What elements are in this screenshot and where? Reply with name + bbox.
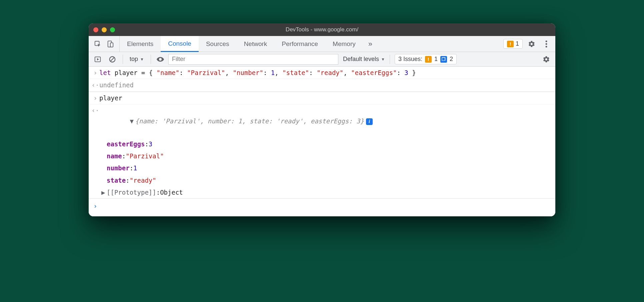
issues-info-count: 2 [450,56,453,63]
issues-label: 3 Issues: [398,56,422,63]
warning-icon: ! [507,41,514,47]
chevron-down-icon: ▼ [381,57,385,62]
output-prompt-icon: ‹· [91,105,99,137]
tabs-container: Elements Console Sources Network Perform… [120,36,503,52]
separator [123,55,123,64]
prototype-label: [[Prototype]] [107,187,156,198]
object-summary-row[interactable]: ▼{name: 'Parzival', number: 1, state: 'r… [99,105,551,137]
separator [151,55,151,64]
object-property-row[interactable]: name: "Parzival" [89,150,555,162]
console-undefined: undefined [99,80,551,90]
tab-console[interactable]: Console [161,36,199,52]
svg-rect-2 [110,43,113,47]
output-prompt-icon: ‹· [91,80,99,90]
object-property-row[interactable]: easterEggs: 3 [89,138,555,150]
svg-line-8 [111,57,114,61]
console-output-row: ‹· undefined [89,79,555,91]
titlebar: DevTools - www.google.com/ [89,23,555,36]
info-icon: ❐ [440,56,447,63]
tab-network[interactable]: Network [237,36,275,52]
console-code: player [99,93,551,103]
warnings-badge[interactable]: ! 1 [503,39,523,49]
context-picker[interactable]: top ▼ [128,54,146,64]
clear-console-icon[interactable] [107,54,118,65]
settings-gear-icon[interactable] [526,38,537,50]
issues-badge[interactable]: 3 Issues: ! 1 ❐ 2 [395,54,457,64]
input-prompt-icon: › [91,201,99,211]
levels-label: Default levels [343,56,379,63]
warning-icon: ! [425,56,432,63]
svg-point-3 [546,40,547,42]
disclosure-triangle-icon[interactable]: ▼ [130,116,135,126]
toggle-sidebar-icon[interactable] [92,54,103,65]
console-prompt[interactable]: › [89,199,555,216]
console-settings-gear-icon[interactable] [541,54,552,65]
tab-performance[interactable]: Performance [274,36,325,52]
window-controls [93,27,115,32]
svg-point-5 [546,46,547,47]
tab-sources[interactable]: Sources [199,36,237,52]
context-label: top [130,56,138,63]
tab-memory[interactable]: Memory [325,36,363,52]
console-input-row[interactable]: › let player = { "name": "Parzival", "nu… [89,67,555,79]
filter-input[interactable] [168,54,338,65]
device-toolbar-icon[interactable] [105,38,116,50]
separator [390,55,390,64]
console-output-row: ‹· ▼{name: 'Parzival', number: 1, state:… [89,104,555,138]
zoom-window-button[interactable] [110,27,115,32]
svg-point-4 [546,43,547,45]
console-toolbar: top ▼ Default levels ▼ 3 Issues: ! 1 ❐ 2 [89,52,555,67]
devtools-window: DevTools - www.google.com/ Elements Cons… [89,23,555,216]
more-tabs-icon[interactable]: » [363,36,378,52]
prototype-row[interactable]: ▶[[Prototype]]: Object [89,186,555,199]
disclosure-triangle-icon[interactable]: ▶ [101,187,107,198]
issues-warn-count: 1 [434,56,438,63]
input-prompt-icon: › [91,93,99,103]
warnings-count: 1 [516,40,519,47]
log-levels-picker[interactable]: Default levels ▼ [343,56,385,63]
console-output: › let player = { "name": "Parzival", "nu… [89,67,555,216]
object-property-row[interactable]: number: 1 [89,162,555,174]
input-prompt-icon: › [91,67,99,78]
tab-elements[interactable]: Elements [120,36,161,52]
live-expression-icon[interactable] [156,55,165,64]
minimize-window-button[interactable] [102,27,107,32]
console-code: let player = { "name": "Parzival", "numb… [99,67,551,78]
window-title: DevTools - www.google.com/ [89,26,555,33]
console-input-row[interactable]: › player [89,92,555,104]
inspect-element-icon[interactable] [92,38,103,50]
svg-point-9 [160,59,161,60]
info-badge-icon[interactable]: i [366,118,373,125]
close-window-button[interactable] [93,27,98,32]
devtools-tabs-row: Elements Console Sources Network Perform… [89,36,555,52]
kebab-menu-icon[interactable] [541,38,552,50]
object-property-row[interactable]: state: "ready" [89,174,555,186]
chevron-down-icon: ▼ [140,57,144,62]
prototype-value: Object [160,187,183,198]
object-summary: {name: 'Parzival', number: 1, state: 're… [135,117,364,125]
